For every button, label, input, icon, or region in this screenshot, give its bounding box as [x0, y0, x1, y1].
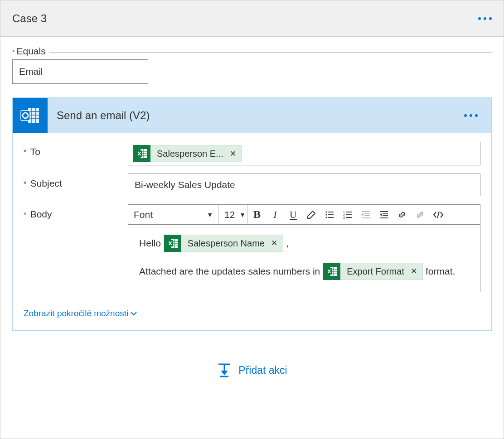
export-format-token[interactable]: Export Format ✕ — [323, 263, 423, 280]
dot-icon — [484, 17, 486, 20]
dot-icon — [475, 114, 478, 117]
svg-point-15 — [325, 214, 327, 215]
excel-icon — [133, 145, 150, 162]
font-size-select[interactable]: 12 ▼ — [219, 205, 248, 224]
unlink-button[interactable] — [411, 205, 429, 224]
subject-value: Bi-weekly Sales Update — [135, 174, 235, 196]
body-line-2: Attached are the updates sales numbers i… — [139, 263, 469, 280]
indent-button[interactable] — [375, 205, 393, 224]
bold-button[interactable]: B — [248, 205, 266, 224]
body-line-1: Hello — [139, 235, 469, 252]
code-view-button[interactable] — [429, 205, 447, 224]
body-label: Body — [30, 209, 52, 219]
font-select-label: Font — [134, 209, 153, 220]
body-text: , — [286, 236, 289, 251]
excel-icon — [164, 235, 181, 252]
body-text: format. — [426, 264, 455, 279]
case-title: Case 3 — [12, 12, 47, 25]
token-label: Export Format — [340, 265, 411, 278]
equals-label: Equals — [16, 46, 45, 57]
excel-icon — [323, 263, 340, 280]
body-editor: Font ▼ 12 ▼ B I U — [128, 204, 480, 292]
case-container: Case 3 * Equals Email — [0, 0, 504, 439]
show-advanced-options[interactable]: Zobrazit pokročilé možnosti — [24, 309, 137, 318]
action-menu-wrap — [464, 98, 491, 133]
underline-button[interactable]: U — [284, 205, 302, 224]
advanced-options-label: Zobrazit pokročilé možnosti — [24, 309, 128, 318]
dot-icon — [464, 114, 467, 117]
svg-line-35 — [437, 212, 439, 218]
required-indicator: * — [24, 149, 26, 156]
body-content[interactable]: Hello — [128, 225, 480, 292]
action-header[interactable]: Send an email (V2) — [13, 98, 491, 133]
caret-down-icon: ▼ — [207, 211, 213, 218]
action-body: * To — [13, 133, 491, 330]
action-menu-button[interactable] — [464, 114, 478, 117]
case-body: * Equals Email — [0, 37, 504, 378]
subject-input[interactable]: Bi-weekly Sales Update — [128, 174, 480, 196]
equals-underline — [49, 53, 492, 53]
bullet-list-button[interactable] — [320, 205, 339, 224]
dot-icon — [478, 17, 481, 20]
token-remove[interactable]: ✕ — [271, 237, 283, 249]
token-remove[interactable]: ✕ — [411, 265, 422, 277]
add-action-row: Přidat akci — [12, 362, 492, 378]
body-label-cell: * Body — [24, 204, 128, 220]
rte-toolbar: Font ▼ 12 ▼ B I U — [128, 205, 480, 225]
required-indicator: * — [24, 211, 26, 219]
to-label: To — [30, 146, 40, 157]
add-action-label: Přidat akci — [238, 364, 287, 376]
to-label-cell: * To — [24, 142, 128, 157]
add-action-button[interactable]: Přidat akci — [217, 362, 287, 378]
action-title: Send an email (V2) — [48, 98, 464, 133]
caret-down-icon: ▼ — [239, 211, 246, 218]
chevron-down-icon — [130, 310, 137, 317]
salesperson-name-token[interactable]: Salesperson Name ✕ — [164, 235, 283, 252]
to-token-remove[interactable]: ✕ — [230, 149, 242, 159]
dot-icon — [489, 17, 492, 20]
case-menu-button[interactable] — [478, 17, 492, 20]
send-email-action: Send an email (V2) * To — [12, 97, 492, 331]
svg-text:3: 3 — [343, 216, 345, 219]
dot-icon — [470, 114, 472, 117]
font-size-label: 12 — [224, 209, 235, 220]
svg-point-14 — [325, 211, 327, 212]
outdent-button[interactable] — [357, 205, 375, 224]
color-picker-button[interactable] — [302, 205, 320, 224]
to-token[interactable]: Salesperson E... ✕ — [133, 145, 242, 162]
equals-value: Email — [19, 66, 43, 77]
required-indicator: * — [12, 49, 15, 55]
numbered-list-button[interactable]: 123 — [339, 205, 357, 224]
body-text: Hello — [139, 236, 161, 251]
equals-label-row: * Equals — [12, 46, 492, 57]
case-header: Case 3 — [0, 0, 504, 37]
svg-point-16 — [325, 217, 327, 218]
token-label: Salesperson Name — [181, 236, 271, 250]
equals-field: * Equals Email — [12, 46, 492, 84]
body-text: Attached are the updates sales numbers i… — [139, 264, 320, 279]
add-action-icon — [217, 362, 232, 378]
font-select[interactable]: Font ▼ — [128, 205, 219, 224]
link-button[interactable] — [393, 205, 411, 224]
body-row: * Body Font ▼ 12 — [24, 204, 480, 292]
to-row: * To — [24, 142, 480, 165]
outlook-icon — [13, 98, 48, 133]
subject-row: * Subject Bi-weekly Sales Update — [24, 174, 480, 196]
required-indicator: * — [24, 180, 26, 188]
subject-label-cell: * Subject — [24, 174, 128, 189]
equals-input[interactable]: Email — [12, 59, 148, 84]
italic-button[interactable]: I — [266, 205, 284, 224]
to-input[interactable]: Salesperson E... ✕ — [128, 142, 480, 165]
to-token-label: Salesperson E... — [150, 149, 230, 159]
subject-label: Subject — [30, 178, 62, 188]
